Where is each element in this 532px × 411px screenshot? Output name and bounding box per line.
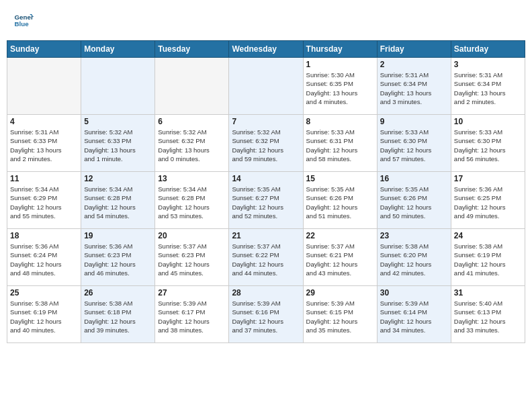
day-info: Sunrise: 5:39 AM Sunset: 6:15 PM Dayligh… [306, 299, 374, 334]
day-info: Sunrise: 5:36 AM Sunset: 6:23 PM Dayligh… [84, 242, 152, 277]
day-number: 8 [306, 117, 374, 126]
day-number: 1 [306, 60, 374, 69]
calendar-cell: 2Sunrise: 5:31 AM Sunset: 6:34 PM Daylig… [377, 58, 451, 115]
day-info: Sunrise: 5:39 AM Sunset: 6:17 PM Dayligh… [158, 299, 226, 334]
day-info: Sunrise: 5:35 AM Sunset: 6:26 PM Dayligh… [380, 185, 448, 220]
calendar-cell: 14Sunrise: 5:35 AM Sunset: 6:27 PM Dayli… [229, 172, 303, 229]
calendar-cell [7, 58, 81, 115]
calendar-cell: 21Sunrise: 5:37 AM Sunset: 6:22 PM Dayli… [229, 229, 303, 286]
calendar-cell: 10Sunrise: 5:33 AM Sunset: 6:30 PM Dayli… [451, 115, 525, 172]
calendar-table: SundayMondayTuesdayWednesdayThursdayFrid… [7, 40, 525, 343]
day-number: 29 [306, 288, 374, 298]
week-row-5: 25Sunrise: 5:38 AM Sunset: 6:19 PM Dayli… [7, 286, 525, 343]
day-number: 12 [84, 174, 152, 183]
day-info: Sunrise: 5:33 AM Sunset: 6:31 PM Dayligh… [306, 128, 374, 163]
day-info: Sunrise: 5:31 AM Sunset: 6:33 PM Dayligh… [10, 128, 78, 163]
day-info: Sunrise: 5:31 AM Sunset: 6:34 PM Dayligh… [380, 71, 448, 106]
day-number: 22 [306, 231, 374, 240]
calendar-cell: 24Sunrise: 5:38 AM Sunset: 6:19 PM Dayli… [451, 229, 525, 286]
day-info: Sunrise: 5:34 AM Sunset: 6:29 PM Dayligh… [10, 185, 78, 220]
header-saturday: Saturday [451, 41, 525, 58]
calendar-cell: 22Sunrise: 5:37 AM Sunset: 6:21 PM Dayli… [303, 229, 377, 286]
calendar-cell: 28Sunrise: 5:39 AM Sunset: 6:16 PM Dayli… [229, 286, 303, 343]
calendar-cell [155, 58, 229, 115]
day-number: 27 [158, 288, 226, 298]
day-info: Sunrise: 5:35 AM Sunset: 6:27 PM Dayligh… [232, 185, 300, 220]
day-info: Sunrise: 5:35 AM Sunset: 6:26 PM Dayligh… [306, 185, 374, 220]
day-info: Sunrise: 5:34 AM Sunset: 6:28 PM Dayligh… [84, 185, 152, 220]
day-info: Sunrise: 5:32 AM Sunset: 6:32 PM Dayligh… [232, 128, 300, 163]
calendar-cell: 12Sunrise: 5:34 AM Sunset: 6:28 PM Dayli… [81, 172, 155, 229]
day-number: 25 [10, 288, 78, 298]
calendar-cell: 18Sunrise: 5:36 AM Sunset: 6:24 PM Dayli… [7, 229, 81, 286]
calendar-cell: 15Sunrise: 5:35 AM Sunset: 6:26 PM Dayli… [303, 172, 377, 229]
day-info: Sunrise: 5:38 AM Sunset: 6:18 PM Dayligh… [84, 299, 152, 334]
calendar-cell: 29Sunrise: 5:39 AM Sunset: 6:15 PM Dayli… [303, 286, 377, 343]
day-number: 9 [380, 117, 448, 126]
day-number: 4 [10, 117, 78, 126]
day-info: Sunrise: 5:39 AM Sunset: 6:16 PM Dayligh… [232, 299, 300, 334]
logo: General Blue [13, 10, 36, 30]
calendar-cell: 30Sunrise: 5:39 AM Sunset: 6:14 PM Dayli… [377, 286, 451, 343]
day-number: 24 [454, 231, 522, 240]
day-info: Sunrise: 5:38 AM Sunset: 6:20 PM Dayligh… [380, 242, 448, 277]
day-number: 5 [84, 117, 152, 126]
calendar-cell: 9Sunrise: 5:33 AM Sunset: 6:30 PM Daylig… [377, 115, 451, 172]
calendar-cell: 3Sunrise: 5:31 AM Sunset: 6:34 PM Daylig… [451, 58, 525, 115]
calendar-cell [81, 58, 155, 115]
day-info: Sunrise: 5:40 AM Sunset: 6:13 PM Dayligh… [454, 299, 522, 334]
day-info: Sunrise: 5:39 AM Sunset: 6:14 PM Dayligh… [380, 299, 448, 334]
calendar-cell: 1Sunrise: 5:30 AM Sunset: 6:35 PM Daylig… [303, 58, 377, 115]
calendar-cell: 13Sunrise: 5:34 AM Sunset: 6:28 PM Dayli… [155, 172, 229, 229]
header-thursday: Thursday [303, 41, 377, 58]
page-header: General Blue [7, 7, 525, 34]
week-row-2: 4Sunrise: 5:31 AM Sunset: 6:33 PM Daylig… [7, 115, 525, 172]
week-row-1: 1Sunrise: 5:30 AM Sunset: 6:35 PM Daylig… [7, 58, 525, 115]
day-info: Sunrise: 5:32 AM Sunset: 6:33 PM Dayligh… [84, 128, 152, 163]
day-number: 13 [158, 174, 226, 183]
day-number: 30 [380, 288, 448, 298]
calendar-cell [229, 58, 303, 115]
day-info: Sunrise: 5:36 AM Sunset: 6:24 PM Dayligh… [10, 242, 78, 277]
day-info: Sunrise: 5:37 AM Sunset: 6:23 PM Dayligh… [158, 242, 226, 277]
calendar-cell: 11Sunrise: 5:34 AM Sunset: 6:29 PM Dayli… [7, 172, 81, 229]
day-number: 31 [454, 288, 522, 298]
day-info: Sunrise: 5:31 AM Sunset: 6:34 PM Dayligh… [454, 71, 522, 106]
week-row-3: 11Sunrise: 5:34 AM Sunset: 6:29 PM Dayli… [7, 172, 525, 229]
day-number: 14 [232, 174, 300, 183]
header-wednesday: Wednesday [229, 41, 303, 58]
calendar-cell: 23Sunrise: 5:38 AM Sunset: 6:20 PM Dayli… [377, 229, 451, 286]
day-number: 20 [158, 231, 226, 240]
header-tuesday: Tuesday [155, 41, 229, 58]
day-number: 15 [306, 174, 374, 183]
week-row-4: 18Sunrise: 5:36 AM Sunset: 6:24 PM Dayli… [7, 229, 525, 286]
calendar-cell: 16Sunrise: 5:35 AM Sunset: 6:26 PM Dayli… [377, 172, 451, 229]
header-monday: Monday [81, 41, 155, 58]
day-info: Sunrise: 5:37 AM Sunset: 6:21 PM Dayligh… [306, 242, 374, 277]
day-number: 6 [158, 117, 226, 126]
day-info: Sunrise: 5:36 AM Sunset: 6:25 PM Dayligh… [454, 185, 522, 220]
calendar-cell: 20Sunrise: 5:37 AM Sunset: 6:23 PM Dayli… [155, 229, 229, 286]
calendar-cell: 8Sunrise: 5:33 AM Sunset: 6:31 PM Daylig… [303, 115, 377, 172]
day-info: Sunrise: 5:33 AM Sunset: 6:30 PM Dayligh… [380, 128, 448, 163]
day-number: 2 [380, 60, 448, 69]
day-info: Sunrise: 5:37 AM Sunset: 6:22 PM Dayligh… [232, 242, 300, 277]
calendar-cell: 17Sunrise: 5:36 AM Sunset: 6:25 PM Dayli… [451, 172, 525, 229]
day-info: Sunrise: 5:33 AM Sunset: 6:30 PM Dayligh… [454, 128, 522, 163]
calendar-header-row: SundayMondayTuesdayWednesdayThursdayFrid… [7, 41, 525, 58]
calendar-cell: 26Sunrise: 5:38 AM Sunset: 6:18 PM Dayli… [81, 286, 155, 343]
calendar-cell: 5Sunrise: 5:32 AM Sunset: 6:33 PM Daylig… [81, 115, 155, 172]
day-number: 23 [380, 231, 448, 240]
day-number: 11 [10, 174, 78, 183]
calendar-cell: 7Sunrise: 5:32 AM Sunset: 6:32 PM Daylig… [229, 115, 303, 172]
day-number: 28 [232, 288, 300, 298]
day-number: 10 [454, 117, 522, 126]
calendar-cell: 25Sunrise: 5:38 AM Sunset: 6:19 PM Dayli… [7, 286, 81, 343]
day-number: 26 [84, 288, 152, 298]
day-number: 21 [232, 231, 300, 240]
day-number: 19 [84, 231, 152, 240]
day-info: Sunrise: 5:34 AM Sunset: 6:28 PM Dayligh… [158, 185, 226, 220]
day-info: Sunrise: 5:32 AM Sunset: 6:32 PM Dayligh… [158, 128, 226, 163]
logo-icon: General Blue [13, 10, 34, 30]
calendar-cell: 31Sunrise: 5:40 AM Sunset: 6:13 PM Dayli… [451, 286, 525, 343]
